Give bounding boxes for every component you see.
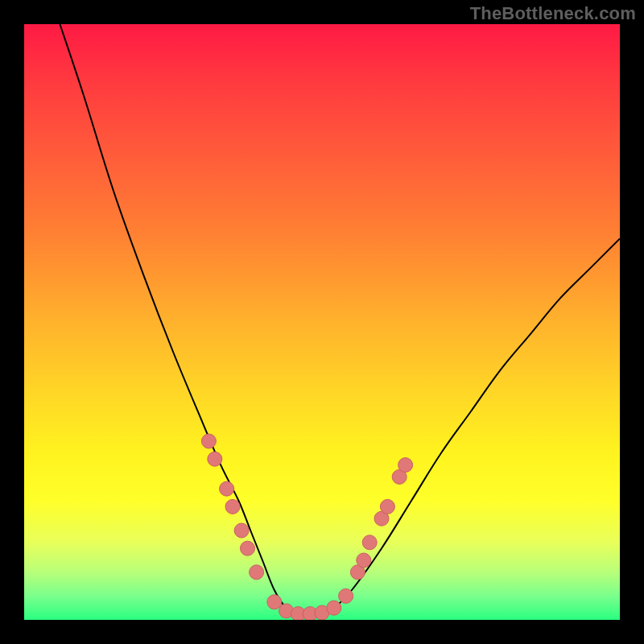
curve-marker [267,595,282,609]
chart-overlay [24,24,620,620]
curve-marker [357,553,371,568]
curve-marker [225,499,240,514]
bottleneck-curve [60,24,620,614]
curve-marker [241,541,255,555]
curve-marker [201,434,216,448]
curve-marker [398,458,413,473]
chart-frame: TheBottleneck.com [0,0,644,644]
watermark-text: TheBottleneck.com [470,3,636,24]
curve-marker [362,535,377,550]
curve-marker [380,499,394,514]
curve-marker [327,601,341,615]
curve-markers [201,434,412,620]
curve-marker [250,565,264,580]
curve-marker [208,452,222,466]
curve-marker [339,588,353,603]
curve-marker [220,481,234,496]
curve-marker [234,523,249,538]
